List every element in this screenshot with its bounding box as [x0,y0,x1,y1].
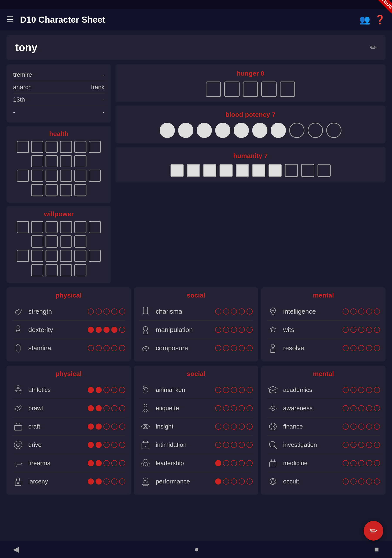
dot[interactable] [247,308,253,314]
health-cb[interactable] [74,184,86,196]
dot[interactable] [96,442,102,448]
dot[interactable] [358,405,364,411]
dot[interactable] [358,308,364,314]
dot[interactable] [366,479,372,485]
investigation-dots[interactable] [342,442,380,448]
intelligence-dots[interactable] [342,308,380,314]
dot[interactable] [231,308,237,314]
dot[interactable] [366,442,372,448]
dot[interactable] [247,442,253,448]
dot[interactable] [223,405,229,411]
dot[interactable] [231,345,237,351]
dot[interactable] [111,387,117,393]
willpower-cb[interactable] [60,221,72,233]
dot[interactable] [231,387,237,393]
dot[interactable] [358,327,364,333]
hunger-sq[interactable] [280,81,295,97]
dot[interactable] [231,327,237,333]
health-cb[interactable] [89,170,101,182]
humanity-sq[interactable] [252,164,265,177]
willpower-cb[interactable] [45,221,58,233]
dot[interactable] [239,387,245,393]
dot[interactable] [239,460,245,466]
dot[interactable] [111,405,117,411]
dot[interactable] [342,479,349,485]
dot[interactable] [103,424,110,430]
intimidation-dots[interactable] [215,442,253,448]
willpower-cb[interactable] [74,250,86,262]
dot[interactable] [366,387,372,393]
health-cb[interactable] [74,141,86,153]
dot[interactable] [374,387,380,393]
dot[interactable] [223,308,229,314]
dot[interactable] [96,345,102,351]
dot[interactable] [119,460,125,466]
dot[interactable] [215,327,221,333]
humanity-sq[interactable] [170,164,184,177]
humanity-sq-empty[interactable] [301,164,314,177]
dot[interactable] [358,460,364,466]
bp-dot[interactable] [178,123,193,138]
dot[interactable] [111,479,117,485]
health-cb[interactable] [17,170,29,182]
dot[interactable] [366,424,372,430]
dot[interactable] [350,327,357,333]
etiquette-dots[interactable] [215,405,253,411]
dot[interactable] [350,387,357,393]
fab-edit-button[interactable]: ✏ [364,521,383,541]
dot[interactable] [374,308,380,314]
willpower-cb[interactable] [89,221,101,233]
dot[interactable] [374,442,380,448]
dot[interactable] [119,345,125,351]
dot[interactable] [247,387,253,393]
health-cb[interactable] [60,184,72,196]
humanity-sq-empty[interactable] [285,164,298,177]
nav-recents-button[interactable]: ■ [374,545,379,554]
dot[interactable] [374,460,380,466]
occult-dots[interactable] [342,479,380,485]
health-cb[interactable] [31,184,43,196]
dot[interactable] [342,460,349,466]
finance-dots[interactable] [342,424,380,430]
dot[interactable] [342,424,349,430]
dot[interactable] [96,308,102,314]
composure-dots[interactable] [215,345,253,351]
dot[interactable] [119,327,125,333]
dot[interactable] [96,405,102,411]
willpower-cb[interactable] [89,250,101,262]
health-cb[interactable] [17,141,29,153]
dot[interactable] [103,405,110,411]
academics-dots[interactable] [342,387,380,393]
dot[interactable] [247,460,253,466]
willpower-cb[interactable] [17,250,29,262]
dot[interactable] [358,424,364,430]
dot[interactable] [231,479,237,485]
dot[interactable] [88,424,94,430]
craft-dots[interactable] [88,424,125,430]
bp-dot[interactable] [271,123,286,138]
dot[interactable] [358,442,364,448]
dot[interactable] [239,442,245,448]
dot[interactable] [88,345,94,351]
willpower-cb[interactable] [45,250,58,262]
dot[interactable] [247,345,253,351]
dot[interactable] [231,442,237,448]
nav-back-button[interactable]: ◀ [13,545,19,554]
dot[interactable] [366,345,372,351]
willpower-cb[interactable] [45,264,58,276]
dot[interactable] [88,308,94,314]
humanity-sq-empty[interactable] [317,164,331,177]
dot[interactable] [88,405,94,411]
dot[interactable] [366,327,372,333]
dot[interactable] [88,442,94,448]
dot[interactable] [103,460,110,466]
dot[interactable] [215,424,221,430]
dot[interactable] [374,327,380,333]
dot[interactable] [88,327,94,333]
dot[interactable] [350,442,357,448]
willpower-cb[interactable] [74,221,86,233]
willpower-cb[interactable] [45,235,58,248]
health-cb[interactable] [31,141,43,153]
dot[interactable] [103,327,110,333]
dot[interactable] [96,424,102,430]
